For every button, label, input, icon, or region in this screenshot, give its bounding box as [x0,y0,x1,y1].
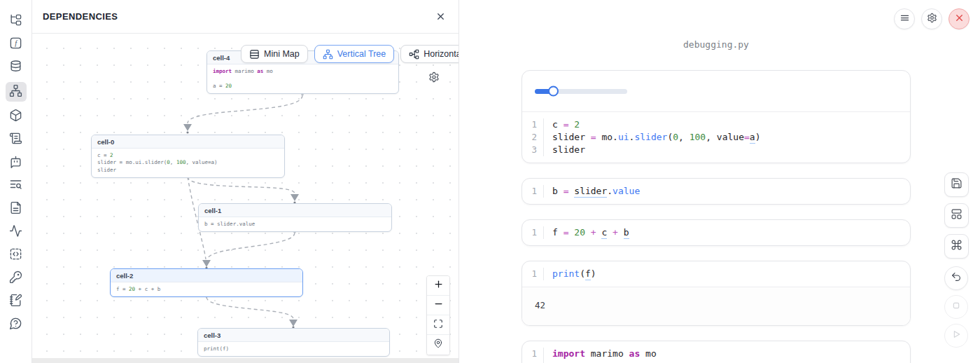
horizontal-tree-icon [409,49,419,60]
shutdown-button[interactable] [948,8,969,29]
notebook-cell[interactable]: 1f = 20 + c + b [522,219,911,246]
graph-settings-gear-icon[interactable] [428,71,440,85]
line-number: 2 [522,131,543,144]
sidebar-item-help[interactable] [6,316,27,333]
undo-button[interactable] [944,266,968,290]
activity-icon [9,224,22,240]
file-tree-icon [9,13,22,29]
graph-node-title: cell-0 [92,135,284,149]
slider-knob[interactable] [548,86,559,97]
line-number: 3 [522,144,543,156]
graph-node-cell-0[interactable]: cell-0 c = 2slider = mo.ui.slider(0, 100… [91,135,285,178]
horizontal-tree-button[interactable]: Horizontal Tree [400,45,458,63]
sidebar-item-tracing[interactable] [6,224,27,240]
svg-text:f: f [15,39,18,47]
marimo-app: f DEPENDENCIES [0,0,980,363]
settings-button[interactable] [921,8,942,29]
line-number: 1 [522,226,543,239]
save-button[interactable] [944,172,969,197]
stop-button[interactable] [944,295,968,319]
window-controls [894,8,969,29]
mini-map-button[interactable]: Mini Map [241,45,308,63]
vertical-tree-button[interactable]: Vertical Tree [314,45,394,63]
graph-node-cell-1[interactable]: cell-1 b = slider.value [198,203,392,232]
graph-toolbar: Mini MapVertical TreeHorizontal Tree [241,45,458,63]
graph-node-cell-3[interactable]: cell-3 print(f) [197,328,390,357]
sidebar-item-scratchpad[interactable] [6,293,27,310]
line-number: 1 [522,268,543,280]
scratchpad-icon [9,294,22,310]
icon-sidebar: f [0,0,32,363]
document-icon [9,201,22,217]
sidebar-item-secrets[interactable] [6,270,27,287]
dependency-graph-canvas[interactable]: cell-4 import marimo as mo a = 20 cell-0… [32,34,458,358]
notebook-cell[interactable]: 1b = slider.value [522,178,911,205]
sidebar-item-search[interactable] [6,177,27,194]
menu-button[interactable] [894,8,915,29]
sidebar-item-logs[interactable] [6,131,27,148]
horizontal-tree-label: Horizontal Tree [424,49,458,59]
help-icon [9,317,22,333]
minus-icon [433,299,444,312]
stop-icon [951,300,962,314]
code-editor[interactable]: 1c = 22slider = mo.ui.slider(0, 100, val… [522,112,910,163]
slider-widget[interactable] [535,89,627,94]
play-icon [951,329,962,343]
graph-node-title: cell-1 [199,204,391,217]
graph-node-code: import marimo as mo a = 20 [207,64,398,93]
line-number: 1 [522,185,543,198]
code-editor[interactable]: 1print(f) [522,261,910,287]
packages-icon [9,109,22,125]
dependencies-icon [9,84,22,100]
notebook-cell[interactable]: 1print(f)42 [522,261,911,326]
line-number: 1 [522,118,543,131]
run-controls [944,266,968,348]
cells-column: 1c = 22slider = mo.ui.slider(0, 100, val… [522,70,911,363]
gear-icon [927,13,937,26]
zoom-controls [426,275,450,355]
minimap-icon [249,49,260,60]
functions-icon: f [9,36,22,53]
code-editor[interactable]: 1f = 20 + c + b [522,220,910,245]
graph-node-code: f = 20 + c + b [111,282,302,296]
close-icon[interactable] [433,9,448,25]
line-number: 1 [522,348,543,360]
code-editor[interactable]: 1b = slider.value [522,179,910,204]
run-button[interactable] [944,324,968,348]
shutdown-icon [954,13,965,26]
code-editor[interactable]: 1import marimo as mo2 [522,341,910,363]
graph-node-code: print(f) [198,342,389,356]
zoom-out-button[interactable] [427,296,449,315]
sidebar-item-datasources[interactable] [6,59,27,76]
sidebar-item-packages[interactable] [6,108,27,125]
cell-output: 42 [522,287,910,325]
panel-title: DEPENDENCIES [43,11,118,22]
notebook-area: debugging.py 1c = 22slider = mo.ui.slide… [459,0,980,363]
maximize-icon [433,319,443,331]
graph-node-code: b = slider.value [199,217,391,231]
fit-view-button[interactable] [427,315,449,335]
keyboard-shortcuts-button[interactable] [944,234,969,259]
datasources-icon [9,60,22,76]
sidebar-item-documentation[interactable] [6,200,27,217]
line-number: 2 [522,360,543,363]
notebook-cell[interactable]: 1c = 22slider = mo.ui.slider(0, 100, val… [522,70,911,163]
locate-button[interactable] [427,335,449,355]
graph-node-cell-2[interactable]: cell-2 f = 20 + c + b [110,268,303,297]
sidebar-item-dependencies[interactable] [6,82,27,102]
zoom-in-button[interactable] [427,276,449,296]
sidebar-item-snippets[interactable] [6,247,27,263]
action-buttons [944,172,969,259]
command-icon [951,239,962,254]
sidebar-item-file-explorer[interactable] [6,13,27,29]
mini-map-label: Mini Map [264,49,300,59]
sidebar-item-ai-chat[interactable] [6,154,27,171]
sidebar-item-functions[interactable]: f [6,36,27,53]
panel-bottom-scrollbar[interactable] [32,358,458,363]
undo-icon [951,271,962,285]
layout-button[interactable] [944,203,969,228]
notebook-filename: debugging.py [522,39,911,50]
save-icon [951,177,962,192]
text-search-icon [9,178,22,194]
notebook-cell[interactable]: 1import marimo as mo2 [522,341,911,363]
